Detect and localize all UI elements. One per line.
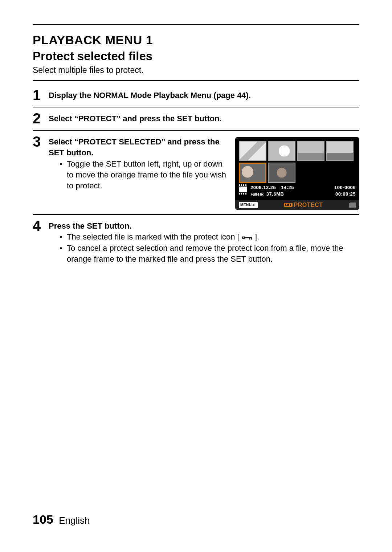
- rule-1: [33, 80, 359, 81]
- step-number: 2: [33, 111, 43, 126]
- bullet-dot: •: [60, 159, 63, 192]
- bullet: • The selected file is marked with the p…: [60, 232, 359, 242]
- bullet: • To cancel a protect selection and remo…: [60, 243, 359, 265]
- step-title: Select “PROTECT” and press the SET butto…: [49, 114, 222, 123]
- svg-rect-2: [245, 237, 252, 238]
- step-number: 4: [33, 218, 43, 233]
- sd-card-icon: [349, 203, 356, 208]
- thumbnail-grid: [239, 141, 354, 183]
- step-title: Press the SET button.: [49, 221, 359, 232]
- set-badge: SET: [284, 203, 292, 207]
- bullet-text: The selected file is marked with the pro…: [67, 232, 259, 242]
- file-date: 2009.12.25: [250, 185, 276, 190]
- step-title: Select “PROTECT SELECTED” and press the …: [49, 136, 226, 159]
- page-title: PLAYBACK MENU 1: [33, 33, 359, 47]
- screen-footer: MENU↵ SET PROTECT: [235, 200, 359, 210]
- menu-label: MENU: [240, 203, 252, 208]
- page-footer: 105 English: [33, 512, 90, 527]
- svg-rect-4: [251, 237, 252, 240]
- page-language: English: [59, 515, 90, 526]
- step-number: 1: [33, 88, 43, 102]
- file-time: 14:25: [281, 185, 294, 190]
- bullet-text-a: The selected file is marked with the pro…: [67, 232, 240, 241]
- step-1: 1 Display the NORMAL Mode Playback Menu …: [33, 84, 359, 102]
- svg-rect-3: [249, 237, 250, 240]
- bullet: • Toggle the SET button left, right, up …: [60, 159, 226, 192]
- film-icon: [239, 184, 247, 195]
- thumbnail: [326, 141, 354, 161]
- info-bar: 2009.12.25 14:25 Full-HR 37.6MB 100-0006…: [239, 184, 356, 197]
- set-protect-label: SET PROTECT: [284, 201, 323, 209]
- step-3: 3 Select “PROTECT SELECTED” and press th…: [33, 131, 359, 210]
- step-4: 4 Press the SET button. • The selected f…: [33, 215, 359, 265]
- manual-page: PLAYBACK MENU 1 Protect selected files S…: [0, 0, 392, 552]
- step-number: 3: [33, 134, 43, 149]
- rule-top: [33, 24, 359, 25]
- lead-text: Select multiple files to protect.: [33, 65, 359, 75]
- bullet-dot: •: [60, 232, 63, 242]
- thumbnail: [239, 141, 266, 161]
- bullet-text-b: ].: [255, 232, 259, 241]
- step-2: 2 Select “PROTECT” and press the SET but…: [33, 107, 359, 126]
- page-number: 105: [33, 512, 53, 526]
- return-icon: ↵: [252, 202, 256, 208]
- bullet-dot: •: [60, 243, 63, 265]
- page-subtitle: Protect selected files: [33, 49, 359, 63]
- step-title: Display the NORMAL Mode Playback Menu (p…: [49, 91, 251, 100]
- thumbnail-selected: [239, 163, 266, 183]
- svg-point-1: [243, 237, 244, 238]
- file-duration: 00:00:25: [334, 191, 356, 197]
- mode-label: Full-HR: [250, 192, 264, 196]
- camera-screen: 2009.12.25 14:25 Full-HR 37.6MB 100-0006…: [235, 137, 359, 210]
- thumbnail: [268, 163, 295, 183]
- bullet-text: To cancel a protect selection and remove…: [67, 243, 359, 265]
- menu-pill: MENU↵: [239, 202, 258, 208]
- file-size: 37.6MB: [266, 191, 284, 197]
- bullet-text: Toggle the SET button left, right, up or…: [67, 159, 226, 192]
- thumbnail: [297, 141, 324, 161]
- protect-label: PROTECT: [294, 201, 323, 209]
- file-number: 100-0006: [334, 184, 356, 191]
- protect-key-icon: [242, 233, 253, 239]
- thumbnail: [268, 141, 295, 161]
